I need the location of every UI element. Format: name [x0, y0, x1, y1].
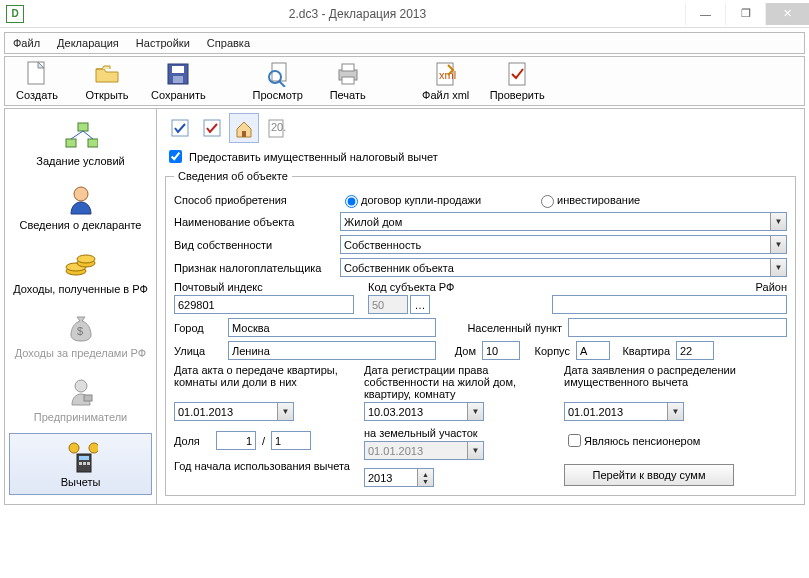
- year-start-label: Год начала использования вычета: [174, 460, 350, 472]
- pensioner-wrap[interactable]: Являюсь пенсионером: [564, 431, 787, 450]
- sidebar: Задание условий Сведения о декларанте До…: [5, 109, 157, 504]
- goto-sums-button[interactable]: Перейти к вводу сумм: [564, 464, 734, 486]
- menu-declaration[interactable]: Декларация: [57, 37, 119, 49]
- korpus-input[interactable]: [576, 341, 610, 360]
- tool-open[interactable]: Открыть: [81, 61, 133, 101]
- radio-invest[interactable]: [541, 195, 554, 208]
- postcode-label: Почтовый индекс: [174, 281, 354, 293]
- tool-preview[interactable]: Просмотр: [252, 61, 304, 101]
- chevron-down-icon[interactable]: ▼: [770, 259, 786, 276]
- tool-print[interactable]: Печать: [322, 61, 374, 101]
- close-button[interactable]: ✕: [765, 3, 809, 25]
- tool-preview-label: Просмотр: [253, 89, 303, 101]
- provide-deduction-checkbox[interactable]: [169, 150, 182, 163]
- object-name-label: Наименование объекта: [174, 216, 334, 228]
- xml-file-icon: xml: [433, 61, 459, 87]
- main-panel: 20.. Предоставить имущественный налоговы…: [157, 109, 804, 504]
- acquisition-label: Способ приобретения: [174, 194, 334, 206]
- maximize-button[interactable]: ❐: [725, 3, 765, 25]
- date-act-label: Дата акта о передаче квартиры, комнаты и…: [174, 364, 354, 388]
- chevron-down-icon[interactable]: ▼: [277, 403, 293, 420]
- radio-invest-wrap[interactable]: инвестирование: [536, 192, 696, 208]
- house-label: Дом: [442, 345, 476, 357]
- pensioner-checkbox[interactable]: [568, 434, 581, 447]
- svg-point-23: [77, 255, 95, 263]
- folder-open-icon: [94, 61, 120, 87]
- svg-rect-14: [78, 123, 88, 131]
- minimize-button[interactable]: —: [685, 3, 725, 25]
- svg-rect-13: [509, 63, 525, 85]
- window-title: 2.dc3 - Декларация 2013: [30, 7, 685, 21]
- svg-rect-33: [87, 462, 90, 465]
- person-icon: [64, 183, 98, 217]
- date-reg-input[interactable]: [364, 402, 484, 421]
- svg-text:$: $: [77, 325, 83, 337]
- sidebar-item-income-rf[interactable]: Доходы, полученные в РФ: [9, 241, 152, 301]
- region-code-label: Код субъекта РФ: [368, 281, 538, 293]
- tool-xml[interactable]: xml Файл xml: [420, 61, 472, 101]
- flat-input[interactable]: [676, 341, 714, 360]
- chevron-down-icon[interactable]: ▼: [667, 403, 683, 420]
- tab-other-deduction[interactable]: 20..: [261, 113, 291, 143]
- tab-property-deduction[interactable]: [229, 113, 259, 143]
- region-lookup-button[interactable]: …: [410, 295, 430, 314]
- menu-help[interactable]: Справка: [207, 37, 250, 49]
- date-claim-input[interactable]: [564, 402, 684, 421]
- tool-check[interactable]: Проверить: [490, 61, 545, 101]
- svg-rect-32: [83, 462, 86, 465]
- tool-check-label: Проверить: [490, 89, 545, 101]
- chevron-down-icon[interactable]: ▼: [770, 236, 786, 253]
- sidebar-item-declarant[interactable]: Сведения о декларанте: [9, 177, 152, 237]
- tool-save[interactable]: Сохранить: [151, 61, 206, 101]
- chevron-down-icon[interactable]: ▼: [770, 213, 786, 230]
- share-numerator-input[interactable]: [216, 431, 256, 450]
- land-date-input: [364, 441, 484, 460]
- taxpayer-sign-label: Признак налогоплательщика: [174, 262, 334, 274]
- korpus-label: Корпус: [526, 345, 570, 357]
- share-label: Доля: [174, 435, 210, 447]
- chevron-down-icon[interactable]: ▼: [467, 403, 483, 420]
- town-input[interactable]: [568, 318, 787, 337]
- sidebar-item-conditions[interactable]: Задание условий: [9, 113, 152, 173]
- spinner-icon[interactable]: ▲▼: [417, 469, 433, 486]
- fieldset-legend: Сведения об объекте: [174, 170, 292, 182]
- taxpayer-sign-select[interactable]: [340, 258, 787, 277]
- radio-purchase[interactable]: [345, 195, 358, 208]
- object-name-select[interactable]: [340, 212, 787, 231]
- date-reg-label: Дата регистрации права собственности на …: [364, 364, 554, 400]
- street-input[interactable]: [228, 341, 436, 360]
- radio-purchase-label: договор купли-продажи: [361, 194, 481, 206]
- new-file-icon: [24, 61, 50, 87]
- menubar: Файл Декларация Настройки Справка: [4, 32, 805, 54]
- menu-file[interactable]: Файл: [13, 37, 40, 49]
- svg-rect-31: [79, 462, 82, 465]
- chevron-down-icon: ▼: [467, 442, 483, 459]
- svg-rect-10: [342, 77, 354, 84]
- tool-new[interactable]: Создать: [11, 61, 63, 101]
- share-denominator-input[interactable]: [271, 431, 311, 450]
- sidebar-item-deductions[interactable]: Вычеты: [9, 433, 152, 495]
- district-input[interactable]: [552, 295, 787, 314]
- city-label: Город: [174, 322, 222, 334]
- postcode-input[interactable]: [174, 295, 354, 314]
- house-input[interactable]: [482, 341, 520, 360]
- ownership-select[interactable]: [340, 235, 787, 254]
- city-input[interactable]: [228, 318, 436, 337]
- preview-icon: [265, 61, 291, 87]
- sidebar-item-label: Сведения о декларанте: [20, 219, 142, 231]
- date-act-input[interactable]: [174, 402, 294, 421]
- object-info-fieldset: Сведения об объекте Способ приобретения …: [165, 170, 796, 496]
- tab-social-deduction[interactable]: [197, 113, 227, 143]
- print-icon: [335, 61, 361, 87]
- pensioner-label: Являюсь пенсионером: [584, 435, 700, 447]
- svg-point-19: [74, 187, 88, 201]
- tab-standard-deduction[interactable]: [165, 113, 195, 143]
- svg-point-28: [89, 443, 98, 453]
- radio-purchase-wrap[interactable]: договор купли-продажи: [340, 192, 500, 208]
- sidebar-item-label: Доходы за пределами РФ: [15, 347, 146, 359]
- ownership-label: Вид собственности: [174, 239, 334, 251]
- tool-open-label: Открыть: [85, 89, 128, 101]
- menu-settings[interactable]: Настройки: [136, 37, 190, 49]
- tool-xml-label: Файл xml: [422, 89, 469, 101]
- svg-rect-16: [88, 139, 98, 147]
